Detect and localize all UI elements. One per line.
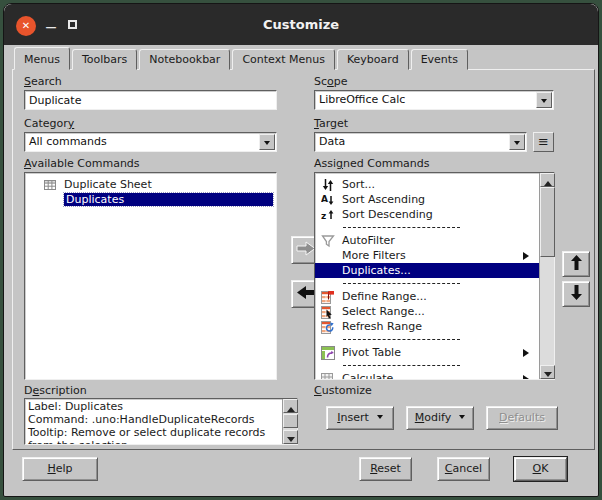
search-input[interactable] xyxy=(24,90,277,110)
submenu-arrow-icon xyxy=(523,375,533,381)
up-arrow-icon xyxy=(570,254,583,274)
command-label: Define Range... xyxy=(342,290,427,303)
scope-label: Scope xyxy=(314,75,348,88)
list-item[interactable]: Duplicates... xyxy=(315,263,539,278)
move-down-button[interactable] xyxy=(562,281,590,307)
define-range-icon xyxy=(321,290,336,304)
command-label: More Filters xyxy=(342,249,406,262)
list-item[interactable]: Refresh Range xyxy=(315,319,539,334)
scroll-down-icon[interactable] xyxy=(540,365,555,379)
available-commands-label: Available Commands xyxy=(24,157,140,170)
separator-line xyxy=(343,227,460,228)
list-item[interactable]: Duplicate Sheet xyxy=(25,177,276,192)
sort-icon xyxy=(321,178,336,192)
list-item[interactable]: Duplicates xyxy=(25,192,276,207)
category-dropdown[interactable]: All commands xyxy=(24,132,277,152)
command-label: Sort... xyxy=(342,178,375,191)
customize-section-label: Customize xyxy=(314,384,372,397)
separator-line xyxy=(343,365,460,366)
tab-context-menus[interactable]: Context Menus xyxy=(232,49,335,70)
sort-ascending-icon: A xyxy=(321,193,336,207)
cancel-button[interactable]: Cancel xyxy=(437,457,490,481)
command-label: Pivot Table xyxy=(342,346,401,359)
command-label: Duplicates xyxy=(64,193,273,206)
pivot-table-icon xyxy=(321,346,336,360)
menu-separator xyxy=(315,278,539,289)
autofilter-icon xyxy=(321,234,336,248)
tab-bar: MenusToolbarsNotebookbarContext MenusKey… xyxy=(14,49,468,71)
scope-dropdown[interactable]: LibreOffice Calc xyxy=(314,90,554,110)
command-label: Sort Descending xyxy=(342,208,433,221)
sort-descending-icon: z xyxy=(321,208,336,222)
menu-separator xyxy=(315,222,539,233)
category-dropdown-arrow-icon[interactable] xyxy=(259,134,275,150)
defaults-button: Defaults xyxy=(486,406,558,430)
refresh-range-icon xyxy=(321,320,336,334)
title-bar[interactable]: ✕ — Customize xyxy=(4,4,598,45)
description-line: from the selection xyxy=(28,439,281,445)
left-arrow-icon xyxy=(296,285,316,303)
target-dropdown[interactable]: Data xyxy=(314,132,527,152)
available-commands-list[interactable]: Duplicate SheetDuplicates xyxy=(24,172,277,380)
command-label: Calculate xyxy=(342,372,393,380)
scrollbar-thumb[interactable] xyxy=(283,414,298,428)
list-item[interactable]: Calculate xyxy=(315,371,539,380)
scroll-up-icon[interactable] xyxy=(283,399,298,413)
command-label: Duplicates... xyxy=(342,264,411,277)
list-item[interactable]: zSort Descending xyxy=(315,207,539,222)
description-label: Description xyxy=(24,384,87,397)
category-label: Category xyxy=(24,117,74,130)
command-label: Select Range... xyxy=(342,305,425,318)
separator-line xyxy=(343,283,460,284)
tab-menus[interactable]: Menus xyxy=(14,47,70,70)
separator-line xyxy=(343,339,460,340)
scrollbar-thumb[interactable] xyxy=(540,187,555,257)
menu-separator xyxy=(315,360,539,371)
menu-separator xyxy=(315,334,539,345)
modify-button[interactable]: Modify xyxy=(406,406,474,430)
description-scrollbar[interactable] xyxy=(282,399,297,444)
description-line: Command: .uno:HandleDuplicateRecords xyxy=(28,413,281,426)
target-menu-button[interactable]: ≡ xyxy=(533,132,554,152)
list-item[interactable]: Define Range... xyxy=(315,289,539,304)
list-item[interactable]: More Filters xyxy=(315,248,539,263)
blank-icon xyxy=(321,264,336,278)
insert-button[interactable]: Insert xyxy=(326,406,394,430)
command-label: AutoFilter xyxy=(342,234,395,247)
move-up-button[interactable] xyxy=(562,251,590,277)
submenu-arrow-icon xyxy=(523,349,533,357)
list-item[interactable]: Pivot Table xyxy=(315,345,539,360)
blank-icon xyxy=(43,193,58,207)
insert-dropdown-caret-icon xyxy=(377,415,383,422)
description-line: Tooltip: Remove or select duplicate reco… xyxy=(28,426,281,439)
ok-button[interactable]: OK xyxy=(514,457,567,481)
list-item[interactable]: AutoFilter xyxy=(315,233,539,248)
help-button[interactable]: Help xyxy=(22,457,98,481)
tab-events[interactable]: Events xyxy=(411,49,468,70)
scope-dropdown-arrow-icon[interactable] xyxy=(536,92,552,108)
tab-keyboard[interactable]: Keyboard xyxy=(337,49,409,70)
list-item[interactable]: ASort Ascending xyxy=(315,192,539,207)
tab-notebookbar[interactable]: Notebookbar xyxy=(139,49,230,70)
reset-button[interactable]: Reset xyxy=(359,457,412,481)
list-item[interactable]: Sort... xyxy=(315,177,539,192)
select-range-icon xyxy=(321,305,336,319)
list-item[interactable]: Select Range... xyxy=(315,304,539,319)
window-title: Customize xyxy=(4,17,598,32)
blank-icon xyxy=(321,249,336,263)
target-dropdown-arrow-icon[interactable] xyxy=(509,134,525,150)
down-arrow-icon xyxy=(570,284,583,304)
description-line: Label: Duplicates xyxy=(28,400,281,413)
right-arrow-icon xyxy=(296,241,316,259)
assigned-list-scrollbar[interactable] xyxy=(539,173,554,379)
description-box[interactable]: Label: Duplicates Command: .uno:HandleDu… xyxy=(24,398,298,445)
assigned-commands-list[interactable]: Sort...ASort AscendingzSort DescendingAu… xyxy=(314,172,555,380)
scroll-down-icon[interactable] xyxy=(283,430,298,444)
assigned-commands-label: Assigned Commands xyxy=(314,157,430,170)
command-label: Duplicate Sheet xyxy=(64,178,152,191)
tab-toolbars[interactable]: Toolbars xyxy=(72,49,137,70)
svg-text:z: z xyxy=(321,211,326,221)
scroll-up-icon[interactable] xyxy=(540,173,555,187)
calculate-icon xyxy=(321,372,336,381)
hamburger-icon: ≡ xyxy=(538,134,549,149)
